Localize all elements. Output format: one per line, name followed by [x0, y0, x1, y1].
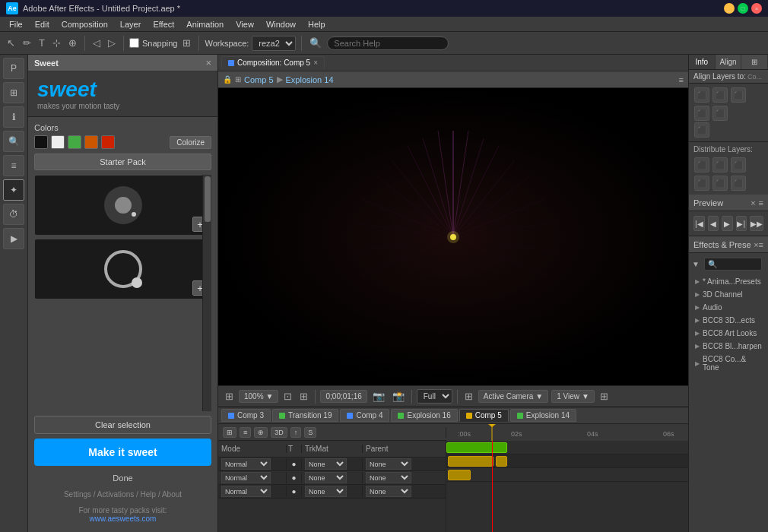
tl-block-4[interactable]: [448, 470, 471, 480]
prev-frame-icon[interactable]: ◁: [90, 36, 103, 50]
sidebar-render-icon[interactable]: ▶: [3, 228, 24, 249]
distribute-top-btn[interactable]: ⬛: [694, 176, 709, 191]
rp-tab-info[interactable]: Info: [689, 55, 716, 69]
effects-item-audio[interactable]: ▶ Audio: [689, 301, 768, 314]
preview-prev-frame-btn[interactable]: ◀: [708, 216, 719, 231]
color-swatch-black[interactable]: [34, 135, 48, 149]
effects-item-bcc8-3d[interactable]: ▶ BCC8 3D...ects: [689, 314, 768, 327]
tl-marker-btn[interactable]: ⊞: [223, 427, 236, 438]
align-right-btn[interactable]: ⬛: [731, 87, 746, 103]
comp-header-grid-icon[interactable]: ⊞: [235, 75, 241, 84]
puppet-tool-icon[interactable]: ⊕: [66, 36, 79, 50]
viewer-more-icon[interactable]: ⊞: [598, 389, 611, 404]
align-layers-header[interactable]: Align Layers to: Co...: [689, 70, 768, 84]
tl-block-2[interactable]: [448, 456, 493, 467]
tl-3d-btn[interactable]: 3D: [271, 427, 287, 438]
effects-item-bcc8-bl[interactable]: ▶ BCC8 Bl...harpen: [689, 340, 768, 353]
sidebar-time-icon[interactable]: ⏱: [3, 204, 24, 225]
snapping-icon[interactable]: ⊞: [180, 36, 193, 50]
preview-first-frame-btn[interactable]: |◀: [693, 216, 705, 231]
brush-tool-icon[interactable]: ⊹: [50, 36, 63, 50]
breadcrumb-comp5[interactable]: Comp 5: [244, 75, 274, 84]
align-top-btn[interactable]: ⬛: [694, 106, 709, 121]
viewer-fit-icon[interactable]: ⊡: [281, 389, 294, 404]
timeline-tab-comp3[interactable]: Comp 3: [221, 409, 271, 422]
sidebar-tools-icon[interactable]: ⊞: [3, 82, 24, 103]
align-center-v-btn[interactable]: ⬛: [712, 106, 728, 121]
effects-chevron-icon[interactable]: ▼: [692, 260, 700, 268]
footer-url[interactable]: www.aesweets.com: [90, 515, 157, 523]
timeline-tab-explosion16[interactable]: Explosion 16: [391, 409, 457, 422]
tl-trkmat-select-2[interactable]: None: [305, 472, 347, 483]
timeline-tab-comp4[interactable]: Comp 4: [340, 409, 389, 422]
effects-search-input[interactable]: [704, 258, 762, 271]
timeline-tab-comp5[interactable]: Comp 5: [459, 409, 509, 422]
close-button[interactable]: ×: [751, 3, 762, 14]
pen-tool-icon[interactable]: ✏: [21, 36, 33, 50]
preview-last-frame-btn[interactable]: ▶▶: [750, 216, 763, 231]
rp-tab-align[interactable]: Align: [716, 55, 742, 69]
sidebar-search-icon[interactable]: 🔍: [3, 131, 24, 152]
color-swatch-green[interactable]: [68, 135, 81, 149]
tl-block-3[interactable]: [496, 456, 507, 467]
sweet-close-button[interactable]: ×: [205, 57, 211, 68]
preview-close-icon[interactable]: ×: [751, 198, 755, 207]
activations-link[interactable]: Activations: [97, 490, 134, 499]
menu-view[interactable]: View: [230, 18, 260, 30]
distribute-center-v-btn[interactable]: ⬛: [712, 176, 728, 191]
done-button[interactable]: Done: [34, 470, 211, 486]
viewer-zoom-icon[interactable]: ⊞: [223, 389, 236, 404]
tl-mode-select-1[interactable]: Normal: [221, 458, 271, 470]
sidebar-info-icon[interactable]: ℹ: [3, 106, 24, 128]
distribute-bottom-btn[interactable]: ⬛: [731, 176, 746, 191]
comp-header-lock-icon[interactable]: 🔒: [223, 75, 232, 84]
preview-next-frame-btn[interactable]: ▶|: [736, 216, 747, 231]
workspace-select[interactable]: reza2: [252, 36, 296, 51]
color-swatch-orange[interactable]: [84, 135, 98, 149]
time-display-btn[interactable]: 0;00;01;16: [320, 390, 367, 403]
color-swatch-red[interactable]: [101, 135, 115, 149]
view-select-btn[interactable]: 1 View ▼: [551, 390, 595, 403]
snapping-checkbox[interactable]: [129, 38, 139, 48]
sidebar-project-icon[interactable]: P: [3, 58, 24, 79]
effects-menu-icon[interactable]: ≡: [759, 240, 763, 249]
menu-window[interactable]: Window: [260, 18, 302, 30]
next-frame-icon[interactable]: ▷: [106, 36, 118, 50]
viewer-camera-icon[interactable]: 📷: [370, 389, 387, 404]
comp-tab-close-1[interactable]: ×: [313, 59, 318, 67]
distribute-left-btn[interactable]: ⬛: [694, 157, 709, 173]
sidebar-layers-icon[interactable]: ≡: [3, 155, 24, 176]
viewer-toggle-icon[interactable]: ⊞: [462, 389, 475, 404]
effects-item-anima-presets[interactable]: ▶ * Anima...Presets: [689, 275, 768, 288]
about-link[interactable]: About: [162, 490, 182, 499]
rp-tab-extra[interactable]: ⊞: [741, 55, 768, 69]
viewer-grid-icon[interactable]: ⊞: [297, 389, 310, 404]
tl-eye-3[interactable]: ●: [290, 486, 298, 497]
menu-edit[interactable]: Edit: [29, 18, 56, 30]
breadcrumb-explosion14[interactable]: Explosion 14: [286, 75, 334, 84]
tl-eye-1[interactable]: ●: [290, 459, 298, 470]
menu-composition[interactable]: Composition: [56, 18, 114, 30]
colorize-button[interactable]: Colorize: [170, 136, 211, 149]
tl-parent-btn[interactable]: ↑: [290, 427, 302, 438]
tl-parent-select-1[interactable]: None: [366, 458, 411, 470]
comp-header-menu-icon[interactable]: ≡: [679, 75, 684, 84]
effects-item-3d-channel[interactable]: ▶ 3D Channel: [689, 288, 768, 301]
align-center-h-btn[interactable]: ⬛: [712, 87, 728, 103]
minimize-button[interactable]: _: [724, 3, 735, 14]
help-link[interactable]: Help: [141, 490, 157, 499]
comp-tab-comp5[interactable]: Composition: Comp 5 ×: [221, 56, 325, 69]
tl-eye-2[interactable]: ●: [290, 473, 298, 483]
presets-scrollbar[interactable]: [202, 175, 211, 411]
tl-parent-select-3[interactable]: None: [366, 486, 411, 497]
sidebar-effects-icon[interactable]: ✦: [3, 179, 24, 201]
effects-item-bcc8-co[interactable]: ▶ BCC8 Co...& Tone: [689, 353, 768, 374]
viewer-snapshot-icon[interactable]: 📸: [390, 389, 407, 404]
menu-animation[interactable]: Animation: [180, 18, 230, 30]
tl-block-1[interactable]: [446, 442, 507, 453]
timeline-tab-explosion14[interactable]: Explosion 14: [510, 409, 576, 422]
preset-item-2[interactable]: +: [34, 239, 211, 299]
tl-time-ruler[interactable]: :00s 02s 04s 06s 08s 10s: [446, 424, 688, 441]
tl-parent-select-2[interactable]: None: [366, 472, 411, 483]
search-input[interactable]: [327, 36, 449, 50]
